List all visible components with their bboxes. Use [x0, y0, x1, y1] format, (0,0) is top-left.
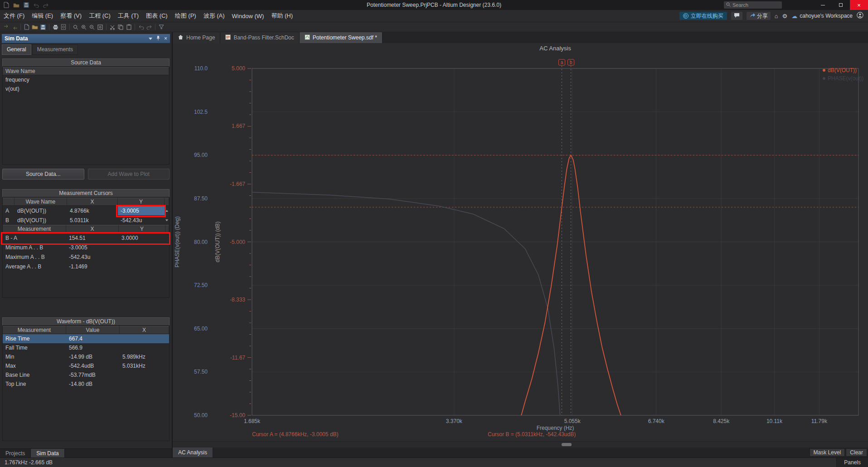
cross-probe-icon[interactable]	[2, 23, 10, 31]
menu-window[interactable]: Window (W)	[228, 13, 268, 19]
waveform-row-min[interactable]: Min -14.99 dB 5.989kHz	[3, 352, 169, 361]
zoom-icon[interactable]	[72, 23, 80, 31]
redo-toolbar-icon[interactable]	[145, 23, 153, 31]
sync-icon[interactable]	[10, 23, 19, 31]
menu-edit[interactable]: 编辑 (E)	[28, 12, 57, 20]
source-data-button[interactable]: Source Data...	[2, 169, 84, 180]
save-document-icon[interactable]	[39, 23, 47, 31]
clear-button[interactable]: Clear	[846, 448, 867, 457]
panels-button[interactable]: Panels	[836, 458, 868, 467]
svg-text:-8.333: -8.333	[230, 297, 245, 303]
wave-name-column-header[interactable]: Wave Name	[3, 67, 169, 75]
cursor-handle-b[interactable]: b	[568, 59, 574, 65]
panel-menu-icon[interactable]	[149, 38, 152, 40]
wave-row-vout[interactable]: v(out)	[3, 84, 169, 93]
cursor-id-column-header[interactable]	[3, 198, 15, 206]
wf-measurement-column-header[interactable]: Measurement	[3, 326, 66, 334]
menu-view[interactable]: 察看 (V)	[57, 12, 85, 20]
cursor-y-column-header[interactable]: Y	[118, 198, 165, 206]
new-sheet-icon[interactable]	[23, 23, 31, 31]
waveform-row-top-line[interactable]: Top Line -14.80 dB	[3, 379, 169, 389]
measurement-row-maximum[interactable]: Maximum A . . B -542.43u	[3, 252, 169, 262]
buy-online-button[interactable]: Ð 立即在线购买	[679, 12, 727, 20]
chart-title: AC Analysis	[539, 45, 571, 52]
menu-project[interactable]: 工程 (C)	[85, 12, 114, 20]
waveform-row-rise-time[interactable]: Rise Time 667.4	[3, 334, 169, 343]
undo-icon[interactable]	[33, 2, 39, 9]
panel-close-icon[interactable]: ×	[164, 36, 167, 41]
svg-text:3.370k: 3.370k	[446, 418, 463, 424]
tab-general[interactable]: General	[2, 44, 31, 55]
search-input[interactable]: Search	[724, 1, 782, 9]
waveform-row-max[interactable]: Max -542.4udB 5.031kHz	[3, 361, 169, 370]
copy-icon[interactable]	[116, 23, 125, 31]
cut-icon[interactable]	[108, 23, 116, 31]
zoom-out-icon[interactable]	[88, 23, 96, 31]
ac-analysis-plot[interactable]: 110.0102.595.0087.5080.0072.5065.0057.50…	[173, 43, 868, 441]
cursor-handle-a[interactable]: a	[559, 59, 565, 65]
user-avatar-icon[interactable]	[857, 12, 863, 20]
tab-home-page[interactable]: Home Page	[173, 32, 220, 43]
open-document-icon[interactable]	[13, 2, 19, 9]
feedback-button[interactable]	[731, 12, 742, 20]
wave-row-frequency[interactable]: frequency	[3, 75, 169, 84]
home-icon[interactable]: ⌂	[775, 13, 778, 19]
print-icon[interactable]	[51, 23, 59, 31]
tab-potentiometer-sweep-sdf[interactable]: Potentiometer Sweep.sdf *	[300, 32, 383, 43]
workspace-button[interactable]: ☁ cahoyue's Workspace	[791, 13, 853, 19]
menu-plot[interactable]: 绘图 (P)	[171, 12, 200, 20]
sim-data-panel-header[interactable]: Sim Data ×	[2, 34, 170, 43]
mask-level-button[interactable]: Mask Level	[810, 448, 845, 457]
redo-icon[interactable]	[43, 2, 49, 9]
filter-icon[interactable]	[157, 23, 165, 31]
cursor-a-y-value[interactable]: -3.0005	[118, 206, 165, 215]
open-project-icon[interactable]	[31, 23, 39, 31]
tab-band-pass-filter-schdoc[interactable]: Band-Pass Filter.SchDoc	[220, 32, 299, 43]
measurement-row-average[interactable]: Average A . . B -1.1469	[3, 262, 169, 271]
spinner-up-icon[interactable]	[165, 206, 169, 215]
measurement-row-minimum[interactable]: Minimum A . . B -3.0005	[3, 243, 169, 252]
tab-measurements[interactable]: Measurements	[32, 44, 78, 55]
menu-tools[interactable]: 工具 (T)	[114, 12, 142, 20]
spinner-down-icon[interactable]	[165, 215, 169, 225]
zoom-in-icon[interactable]	[80, 23, 88, 31]
db-axis-ticks	[247, 68, 251, 415]
cursor-b-y-value[interactable]: -542.43u	[118, 215, 165, 225]
cursor-a-id: A	[3, 206, 15, 215]
wf-x-column-header[interactable]: X	[120, 326, 169, 334]
tab-projects[interactable]: Projects	[0, 449, 31, 457]
cursor-row-b[interactable]: B dB(V(OUT)) 5.0311k -542.43u	[3, 215, 169, 225]
print-preview-icon[interactable]	[59, 23, 68, 31]
measurement-y-column-header[interactable]: Y	[119, 225, 165, 233]
pin-icon[interactable]	[156, 35, 160, 42]
measurement-row-b-minus-a[interactable]: B - A 154.51 3.0000	[3, 233, 169, 243]
tab-ac-analysis[interactable]: AC Analysis	[173, 448, 213, 457]
menu-file[interactable]: 文件 (F)	[0, 12, 28, 20]
waveform-row-fall-time[interactable]: Fall Time 566.9	[3, 343, 169, 352]
save-icon[interactable]	[23, 2, 29, 9]
new-document-icon[interactable]	[3, 2, 10, 9]
measurement-x-column-header[interactable]: X	[66, 225, 119, 233]
cursor-annotations: Cursor A = (4.8766kHz, -3.0005 dB)Cursor…	[252, 431, 576, 438]
maximize-button[interactable]	[832, 0, 850, 10]
zoom-fit-icon[interactable]	[96, 23, 104, 31]
share-button[interactable]: 分享	[747, 12, 771, 20]
gear-icon[interactable]: ⚙	[782, 13, 788, 19]
minimize-button[interactable]	[814, 0, 832, 10]
cursor-wave-column-header[interactable]: Wave Name	[15, 198, 67, 206]
menu-wave[interactable]: 波形 (A)	[200, 12, 228, 20]
waveform-row-base-line[interactable]: Base Line -53.77mdB	[3, 370, 169, 379]
measurement-column-header[interactable]: Measurement	[3, 225, 66, 233]
undo-toolbar-icon[interactable]	[137, 23, 145, 31]
scrollbar-handle[interactable]	[562, 443, 572, 446]
cursor-row-a[interactable]: A dB(V(OUT)) 4.8766k -3.0005	[3, 206, 169, 215]
wf-value-column-header[interactable]: Value	[66, 326, 120, 334]
menu-chart[interactable]: 图表 (C)	[142, 12, 171, 20]
chart-area[interactable]: 110.0102.595.0087.5080.0072.5065.0057.50…	[173, 43, 868, 441]
tab-sim-data[interactable]: Sim Data	[31, 449, 64, 457]
cursor-x-column-header[interactable]: X	[67, 198, 118, 206]
close-button[interactable]: ×	[850, 0, 868, 10]
paste-icon[interactable]	[125, 23, 133, 31]
chart-horizontal-scrollbar[interactable]	[173, 441, 868, 448]
menu-help[interactable]: 帮助 (H)	[267, 12, 296, 20]
